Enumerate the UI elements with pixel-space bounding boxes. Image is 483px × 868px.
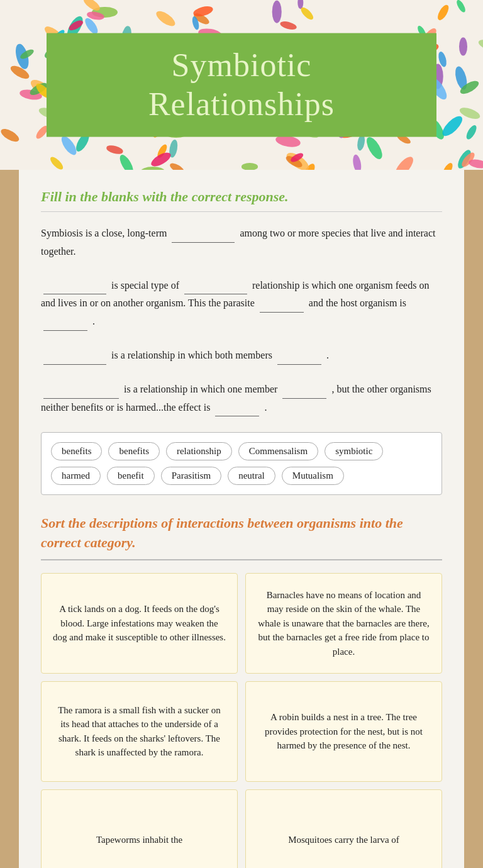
paragraph1: Symbiosis is a close, long-term among tw…	[41, 225, 442, 261]
word-chip[interactable]: Commensalism	[238, 442, 318, 460]
para2-end: .	[92, 316, 95, 326]
word-chip[interactable]: benefit	[107, 467, 155, 485]
word-chip[interactable]: Mutualism	[282, 467, 344, 485]
blank-8[interactable]	[43, 387, 119, 399]
main-content: Fill in the blanks with the correct resp…	[19, 170, 464, 868]
word-chip[interactable]: harmed	[51, 467, 101, 485]
blank-5[interactable]	[43, 320, 87, 331]
cards-grid: A tick lands on a dog. It feeds on the d…	[41, 573, 442, 868]
section2-title: Sort the descriptions of interactions be…	[41, 514, 442, 553]
sort-card-card3[interactable]: The ramora is a small fish with a sucker…	[41, 681, 238, 782]
blank-3[interactable]	[184, 283, 247, 294]
sort-card-card2[interactable]: Barnacles have no means of location and …	[245, 573, 442, 674]
blank-9[interactable]	[282, 387, 326, 399]
word-chip[interactable]: relationship	[166, 442, 232, 460]
para3-mid: is a relationship in which both members	[111, 350, 275, 360]
section2-divider	[41, 559, 442, 560]
blank-4[interactable]	[260, 301, 304, 313]
word-chip[interactable]: benefits	[108, 442, 159, 460]
para2-part3: and the host organism is	[309, 298, 406, 308]
header: Symbiotic Relationships	[0, 0, 483, 170]
sort-card-card5[interactable]: Tapeworms inhabit the	[41, 789, 238, 868]
para1-before: Symbiosis is a close, long-term	[41, 228, 167, 238]
sort-card-card6[interactable]: Mosquitoes carry the larva of	[245, 789, 442, 868]
word-bank: benefitsbenefitsrelationshipCommensalism…	[41, 432, 442, 495]
blank-7[interactable]	[277, 353, 321, 365]
para3-end: .	[326, 350, 329, 360]
para2-part1: is special type of	[111, 280, 182, 291]
blank-10[interactable]	[215, 405, 259, 416]
sort-card-card4[interactable]: A robin builds a nest in a tree. The tre…	[245, 681, 442, 782]
word-chip[interactable]: benefits	[51, 442, 102, 460]
word-chip[interactable]: neutral	[228, 467, 275, 485]
blank-1[interactable]	[172, 231, 235, 243]
paragraph4: is a relationship in which one member , …	[41, 381, 442, 417]
para4-mid1: is a relationship in which one member	[124, 384, 280, 394]
paragraph3: is a relationship in which both members …	[41, 347, 442, 365]
blank-6[interactable]	[43, 353, 106, 365]
paragraph2: is special type of relationship is which…	[41, 277, 442, 331]
page-title: Symbiotic Relationships	[84, 46, 399, 125]
word-chip[interactable]: symbiotic	[325, 442, 383, 460]
para4-end: .	[264, 402, 267, 413]
title-box: Symbiotic Relationships	[47, 33, 436, 137]
blank-2[interactable]	[43, 283, 106, 294]
section1-title: Fill in the blanks with the correct resp…	[41, 189, 442, 205]
sort-card-card1[interactable]: A tick lands on a dog. It feeds on the d…	[41, 573, 238, 674]
word-chip[interactable]: Parasitism	[161, 467, 222, 485]
section1-divider	[41, 211, 442, 212]
